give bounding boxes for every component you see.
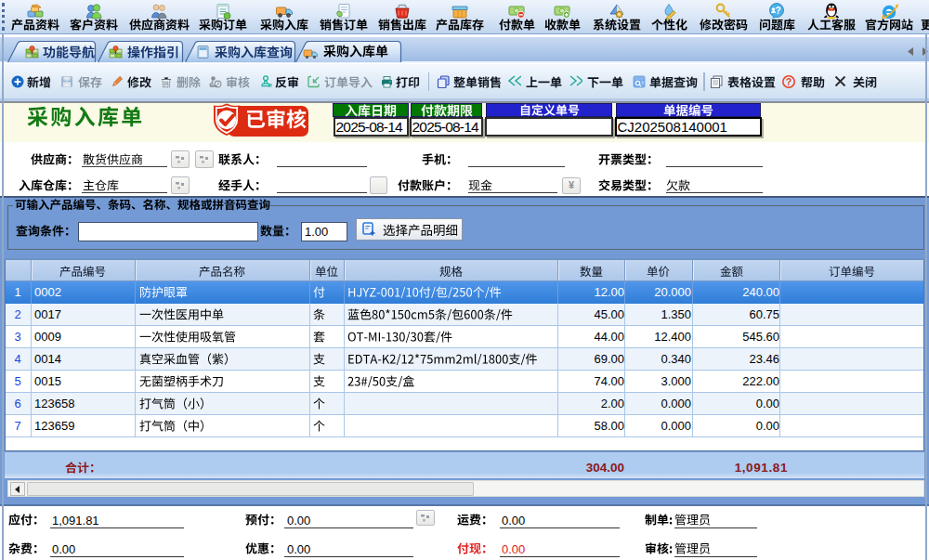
svg-text:?: ? [786,76,792,87]
svg-text:?: ? [775,6,780,16]
